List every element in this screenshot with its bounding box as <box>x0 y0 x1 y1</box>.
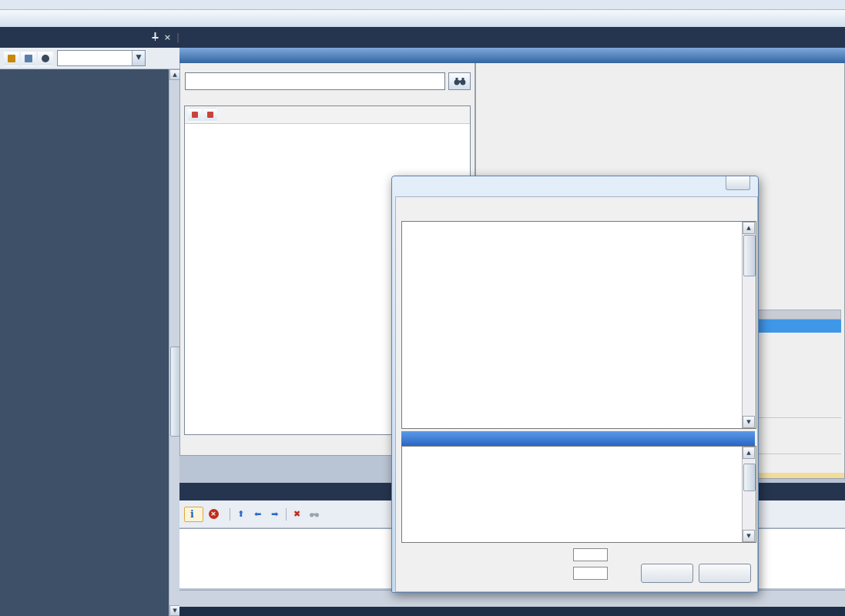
jump-previous-icon[interactable]: ⬅ <box>250 507 266 521</box>
description-box: ▲ ▼ <box>401 446 756 543</box>
description-scrollbar[interactable]: ▲ ▼ <box>742 447 756 542</box>
settings-detail-title <box>475 48 845 63</box>
dialog-client-area: ▲ ▼ ▲ ▼ <box>395 196 758 592</box>
scroll-up-icon[interactable]: ▲ <box>743 447 755 459</box>
gear-icon[interactable] <box>38 51 53 66</box>
scroll-thumb[interactable] <box>743 235 756 276</box>
nav-filter-select[interactable]: ▼ <box>57 50 146 66</box>
scroll-down-icon[interactable]: ▼ <box>743 416 755 428</box>
latch-table-scrollbar[interactable]: ▲ ▼ <box>742 222 756 428</box>
expand-all-icon[interactable] <box>188 108 202 122</box>
jump-next-icon[interactable]: ➡ <box>267 507 283 521</box>
bottom-tab-strip <box>179 607 845 616</box>
navigation-panel-header: × | <box>0 27 179 48</box>
info-filter-button[interactable]: i <box>184 507 203 522</box>
clear-results-icon[interactable]: ✖ <box>290 507 305 521</box>
scroll-thumb[interactable] <box>743 464 756 491</box>
latch-table-frame: ▲ ▼ <box>401 221 756 429</box>
error-filter-button[interactable]: × <box>203 507 227 521</box>
settings-search-input[interactable] <box>185 72 445 90</box>
gx-works3-window: × | ▼ ▲ ▼ <box>0 0 845 616</box>
collapse-all-icon[interactable] <box>203 108 217 122</box>
cancel-button[interactable] <box>699 564 751 583</box>
scroll-up-icon[interactable]: ▲ <box>169 69 180 80</box>
project-tree <box>0 69 169 616</box>
toolbar-row-2 <box>0 10 845 27</box>
capacity-row-device <box>404 548 612 561</box>
capacity-value <box>573 567 608 580</box>
dialog-close-icon[interactable] <box>726 176 750 190</box>
description-header <box>401 431 755 446</box>
pin-icon[interactable] <box>152 32 159 43</box>
tree-collapse-icon[interactable] <box>21 51 36 66</box>
latch-range-dialog: ▲ ▼ ▲ ▼ <box>391 176 759 593</box>
ok-button[interactable] <box>641 564 693 583</box>
capacity-value <box>573 548 608 561</box>
jump-top-icon[interactable]: ⬆ <box>233 507 249 521</box>
scroll-down-icon[interactable]: ▼ <box>169 605 180 616</box>
search-button[interactable] <box>448 72 471 90</box>
nav-scrollbar[interactable]: ▲ ▼ <box>169 69 179 616</box>
capacity-row-label <box>404 567 612 580</box>
binoculars-icon <box>454 77 466 86</box>
settings-tree-toolbar <box>185 106 470 124</box>
scroll-down-icon[interactable]: ▼ <box>743 530 755 542</box>
search-again-icon[interactable] <box>307 507 322 521</box>
tree-sort-icon[interactable] <box>4 51 19 66</box>
navigation-toolbar: ▼ <box>0 48 179 69</box>
chevron-down-icon[interactable]: ▼ <box>132 51 145 65</box>
settings-list-title <box>179 48 475 63</box>
document-tab-bar: × | <box>0 27 845 48</box>
close-icon[interactable]: × <box>164 32 171 42</box>
toolbar-row-1 <box>0 0 845 10</box>
scroll-up-icon[interactable]: ▲ <box>743 222 755 234</box>
settings-tree <box>185 124 470 127</box>
